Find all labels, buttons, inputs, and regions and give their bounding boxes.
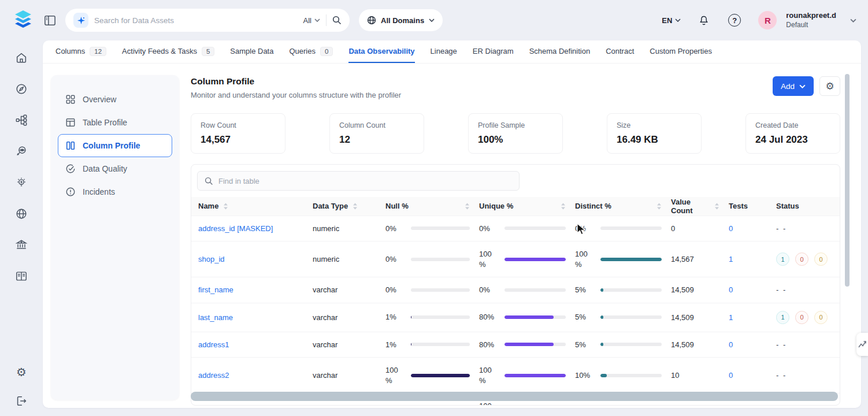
sort-icon (353, 203, 358, 210)
unique-pct: 0% (479, 224, 499, 234)
notifications-bell-icon[interactable] (698, 14, 710, 27)
add-button[interactable]: Add (773, 76, 814, 96)
column-name-link[interactable]: address1 (198, 340, 229, 349)
col-header-value-count[interactable]: Value Count (666, 197, 724, 216)
tests-link[interactable]: 1 (729, 255, 733, 263)
column-name-link[interactable]: address_id [MASKED] (198, 224, 273, 233)
tests-link[interactable]: 1 (729, 313, 733, 322)
sort-icon (465, 203, 470, 210)
search-scope-dropdown[interactable]: All (303, 16, 320, 25)
governance-bank-icon[interactable] (14, 238, 28, 252)
sidebar-item-column-profile[interactable]: Column Profile (58, 134, 172, 157)
tab-custom-properties[interactable]: Custom Properties (650, 40, 712, 63)
col-header-unique[interactable]: Unique % (474, 197, 570, 216)
tab-lineage[interactable]: Lineage (431, 40, 457, 63)
language-dropdown[interactable]: EN (662, 16, 681, 25)
column-name-link[interactable]: shop_id (198, 255, 225, 263)
value-count-cell: 0 (666, 216, 724, 242)
explore-compass-icon[interactable] (14, 82, 28, 96)
user-info[interactable]: rounakpreet.d Default (786, 11, 836, 29)
value-count-cell: 14,509 (666, 277, 724, 303)
null-bar (411, 258, 470, 261)
tab-queries[interactable]: Queries0 (289, 40, 333, 63)
stat-column-count: Column Count12 (329, 113, 424, 154)
data-type-cell: varchar (308, 332, 381, 358)
null-bar (411, 315, 470, 319)
unique-pct: 100 % (479, 249, 499, 269)
tab-count-badge: 12 (90, 47, 106, 56)
avatar[interactable]: R (758, 11, 777, 29)
data-type-cell: numeric (308, 216, 381, 242)
status-aborted-badge: 0 (814, 252, 828, 266)
glossary-book-icon[interactable] (14, 269, 28, 283)
distinct-pct: 5% (575, 340, 595, 350)
distinct-pct: 5% (575, 312, 595, 322)
settings-gear-icon[interactable]: ⚙ (14, 365, 28, 379)
data-type-cell: varchar (308, 277, 381, 303)
col-header-distinct[interactable]: Distinct % (570, 197, 666, 216)
col-header-name[interactable]: Name (191, 197, 308, 216)
global-search[interactable]: Search for Data Assets All (65, 9, 350, 32)
tab-sample-data[interactable]: Sample Data (230, 40, 273, 63)
column-name-link[interactable]: address2 (198, 371, 229, 380)
page-title: Column Profile (191, 76, 401, 87)
table-row: address_id [MASKED] numeric 0% 0% 0% 0 0… (191, 216, 840, 242)
value-count-cell: 14,509 (666, 332, 724, 358)
sidebar-item-table-profile[interactable]: Table Profile (58, 111, 172, 134)
tests-link[interactable]: 0 (729, 224, 733, 233)
status-empty: - - (776, 340, 787, 349)
tests-link[interactable]: 0 (729, 285, 733, 294)
data-type-cell: numeric (308, 242, 381, 277)
null-pct: 0% (385, 224, 405, 234)
search-input[interactable]: Search for Data Assets (94, 16, 298, 25)
unique-pct: 80% (479, 340, 499, 350)
status-failed-badge: 0 (795, 311, 808, 324)
sidebar-item-incidents[interactable]: Incidents (58, 180, 172, 203)
tests-link[interactable]: 0 (729, 371, 733, 380)
search-icon[interactable] (332, 16, 342, 25)
sidebar-item-overview[interactable]: Overview (58, 88, 172, 111)
profiler-settings-button[interactable]: ⚙ (819, 76, 840, 96)
value-count-cell: 14,567 (666, 242, 724, 277)
distinct-pct: 10% (575, 370, 595, 381)
check-circle-icon (65, 164, 76, 174)
column-name-link[interactable]: last_name (198, 313, 233, 322)
lineage-hierarchy-icon[interactable] (14, 113, 28, 127)
app-logo-icon[interactable] (12, 9, 35, 31)
top-bar: Search for Data Assets All All Domains E… (0, 0, 868, 40)
horizontal-scrollbar[interactable] (191, 392, 838, 401)
chart-panel-handle[interactable] (856, 333, 868, 356)
tab-er-diagram[interactable]: ER Diagram (473, 40, 514, 63)
tab-activity-feeds[interactable]: Activity Feeds & Tasks5 (122, 40, 214, 63)
tab-data-observability[interactable]: Data Observability (348, 40, 414, 63)
col-header-data-type[interactable]: Data Type (308, 197, 381, 216)
tab-schema-definition[interactable]: Schema Definition (529, 40, 591, 63)
search-icon (205, 177, 213, 185)
tests-link[interactable]: 0 (729, 340, 733, 349)
observability-icon[interactable] (14, 144, 28, 158)
null-bar (411, 288, 470, 292)
logout-icon[interactable] (14, 394, 28, 408)
tab-columns[interactable]: Columns12 (55, 40, 106, 63)
ai-sparkle-icon[interactable] (73, 13, 88, 28)
find-in-table-input[interactable]: Find in table (197, 171, 520, 191)
domains-globe-icon[interactable] (14, 207, 28, 221)
value-count-cell: 10 (666, 358, 724, 393)
insights-bulb-icon[interactable] (14, 176, 28, 190)
table-row: address1 varchar 1% 80% 5% 14,509 0 - - (191, 332, 840, 358)
sort-icon (656, 203, 662, 210)
user-menu-chevron-icon[interactable] (850, 18, 856, 23)
table-row: last_name varchar 1% 80% 5% 14,509 1 100 (191, 303, 840, 332)
column-name-link[interactable]: first_name (198, 285, 233, 294)
tab-contract[interactable]: Contract (606, 40, 634, 63)
home-icon[interactable] (14, 51, 28, 65)
domains-dropdown[interactable]: All Domains (359, 9, 443, 31)
col-header-null[interactable]: Null % (381, 197, 474, 216)
stat-created-date: Created Date24 Jul 2023 (745, 113, 840, 154)
help-icon[interactable]: ? (728, 14, 741, 27)
vertical-scrollbar[interactable] (845, 74, 850, 287)
columns-icon (65, 140, 76, 151)
sidebar-item-data-quality[interactable]: Data Quality (58, 157, 172, 180)
sidebar-toggle-icon[interactable] (44, 15, 56, 26)
table-row: shop_id numeric 0% 100 % 100 % 14,567 1 … (191, 242, 840, 277)
